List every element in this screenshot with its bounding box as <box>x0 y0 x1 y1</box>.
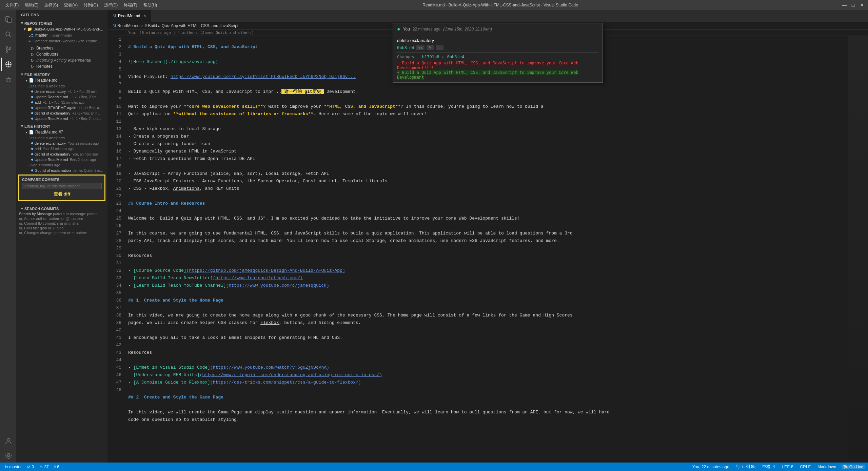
svg-line-3 <box>9 36 12 38</box>
line-dot-3 <box>31 153 33 155</box>
commit-item-6[interactable]: Update ReadMe.md +1 -1 • Ben, 2 hour... <box>16 116 107 121</box>
gitlens-icon[interactable] <box>1 58 15 71</box>
hash-edit-btn[interactable]: ✎ <box>427 45 434 50</box>
info-icon: ℹ <box>54 465 56 469</box>
sidebar: GITLENS ▾ REPOSITORIES ▾ 📁 Build-A-Quiz-… <box>16 10 108 463</box>
menu-view[interactable]: 查看(V) <box>62 2 80 9</box>
settings-icon[interactable] <box>1 449 15 463</box>
status-errors[interactable]: ⊘ 0 <box>26 465 35 469</box>
menu-goto[interactable]: 转到(G) <box>82 2 100 9</box>
commit-item-1[interactable]: delete exclamatory +1 -1 • You, 20 min..… <box>16 89 107 94</box>
line-commit-3[interactable]: get rid of exclamatory You, an hour ago <box>16 151 107 157</box>
line-dot-2 <box>31 148 33 150</box>
sidebar-item-remotes[interactable]: ▷ Remotes <box>16 63 107 69</box>
line-commit-5[interactable]: Got rid of exclamation James Quick, 5 m.… <box>16 168 107 173</box>
status-spaces[interactable]: 空格: 4 <box>761 464 776 470</box>
commit-msg-2: Update ReadMe.md <box>35 95 68 99</box>
hash-prev-btn[interactable]: << <box>416 45 425 50</box>
changes-sep: — <box>417 55 419 59</box>
commit-item-5[interactable]: get rid of exclamatory +1 -1 • You, an h… <box>16 110 107 116</box>
window-controls[interactable]: — □ ✕ <box>842 2 865 8</box>
account-icon[interactable] <box>1 434 15 448</box>
commit-item-3[interactable]: add +1 -1 • You, 31 minutes ago <box>16 100 107 105</box>
repo-item[interactable]: ▾ 📁 Build-A-Quiz-App-With-HTML-CSS-and-.… <box>16 26 107 32</box>
view-diff-button[interactable]: 查看 diff <box>22 190 102 198</box>
origin-label: ↑ origin/master <box>50 34 72 37</box>
branch-icon: ⎇ <box>28 33 33 38</box>
commit-item-2[interactable]: Update ReadMe.md +1 -1 • Ben, 20 m... <box>16 94 107 100</box>
line-commit-1[interactable]: delete exclamatory You, 22 minutes ago <box>16 141 107 146</box>
compare-input[interactable] <box>22 183 102 189</box>
commit-item-4[interactable]: Update READEME again +1 -1 • Ben, a... <box>16 105 107 110</box>
sidebar-item-incoming[interactable]: ▷ Incoming Activity experimental <box>16 57 107 63</box>
activity-bar <box>0 10 16 463</box>
debug-icon[interactable] <box>1 73 15 86</box>
menu-edit[interactable]: 编辑(E) <box>23 2 40 9</box>
menu-run[interactable]: 运行(D) <box>102 2 120 9</box>
line-commit-msg-5: Got rid of exclamation <box>35 168 71 172</box>
tab-label: ReadMe.md <box>118 14 140 18</box>
compare-commits-title: COMPARE COMMITS <box>22 178 102 182</box>
sidebar-item-compare[interactable]: ≠ Compare master (working) with <branc..… <box>16 38 107 44</box>
search-val-3: or, Files <box>19 226 32 230</box>
line-commit-2[interactable]: add You, 34 minutes ago <box>16 146 107 151</box>
status-encoding[interactable]: UTF-8 <box>781 465 795 469</box>
sidebar-item-branches[interactable]: ▷ Branches <box>16 45 107 51</box>
line-file-icon: 📄 <box>29 130 34 135</box>
repo-name: Build-A-Quiz-App-With-HTML-CSS-and-... <box>34 27 103 31</box>
tab-readme[interactable]: M ReadMe.md ✕ <box>108 10 151 22</box>
svg-point-6 <box>9 48 11 49</box>
line-history-file[interactable]: ▾ 📄 ReadMe.md #7 <box>16 129 107 135</box>
branches-arrow: ▷ <box>31 46 34 50</box>
git-icon[interactable] <box>1 43 15 56</box>
editor-content[interactable]: 12345 678910 1112131415 1617181920 21222… <box>108 36 848 463</box>
status-author[interactable]: You, 22 minutes ago <box>691 465 731 469</box>
close-button[interactable]: ✕ <box>859 2 865 8</box>
search-line-4: or, Changes change: pattern or ~: patter… <box>19 230 105 235</box>
incoming-arrow: ▷ <box>31 58 34 63</box>
explorer-icon[interactable] <box>1 13 15 26</box>
line-commit-msg-1: delete exclamatory <box>35 141 66 145</box>
language-label: Markdown <box>817 465 836 469</box>
author-info: You, 20 minutes ago | 4 authors (James Q… <box>128 30 254 35</box>
status-language[interactable]: Markdown <box>816 465 837 469</box>
branch-sync-icon: ↻ <box>5 465 8 469</box>
repositories-section[interactable]: ▾ REPOSITORIES <box>16 20 107 26</box>
status-info[interactable]: ℹ 6 <box>53 465 61 469</box>
minimap[interactable] <box>848 36 868 463</box>
maximize-button[interactable]: □ <box>850 2 856 8</box>
sidebar-item-master[interactable]: ⎇ master ↑ origin/master <box>16 32 107 38</box>
search-icon[interactable] <box>1 28 15 41</box>
history-file-item[interactable]: ▾ 📄 ReadMe.md <box>16 77 107 83</box>
menu-terminal[interactable]: 终端(T) <box>122 2 139 9</box>
line-history-section[interactable]: ▾ LINE HISTORY <box>16 123 107 129</box>
file-history-chevron: ▾ <box>21 72 23 77</box>
menu-bar[interactable]: 文件(F) 编辑(E) 选择(S) 查看(V) 转到(G) 运行(D) 终端(T… <box>3 2 159 9</box>
line-commit-4[interactable]: Update ReadMe.md Ben, 2 hours ago <box>16 157 107 162</box>
file-history-section[interactable]: ▾ FILE HISTORY <box>16 71 107 77</box>
status-branch[interactable]: ↻ master <box>3 465 23 469</box>
status-warnings[interactable]: ⚠ 37 <box>38 465 50 469</box>
menu-select[interactable]: 选择(S) <box>42 2 60 9</box>
popup-changes: Changes — b1791b8 ↔ 0bb8fe4 - Build a Qu… <box>397 52 598 80</box>
position-label: 行 7, 列 85 <box>736 464 755 469</box>
status-position[interactable]: 行 7, 列 85 <box>735 464 757 470</box>
sidebar-item-contributors[interactable]: ▷ Contributors <box>16 51 107 57</box>
live-icon: 📡 <box>843 465 848 469</box>
search-val-4c: change: pattern or ~: pattern <box>40 231 87 235</box>
line-history-label: LINE HISTORY <box>24 124 50 128</box>
status-line-ending[interactable]: CRLF <box>799 465 812 469</box>
sidebar-title: GITLENS <box>16 10 107 20</box>
tab-close-icon[interactable]: ✕ <box>143 14 146 18</box>
code-area[interactable]: # Build a Quiz App with HTML, CSS, and J… <box>125 36 848 463</box>
hash-more-btn[interactable]: … <box>436 45 443 50</box>
search-commits-section[interactable]: ▾ SEARCH COMMITS <box>16 205 107 211</box>
status-live[interactable]: 📡 Go Live <box>842 465 865 469</box>
info-count: 6 <box>57 465 59 469</box>
menu-file[interactable]: 文件(F) <box>3 2 21 9</box>
changes-from: b1791b8 <box>422 55 439 59</box>
master-label: master <box>35 33 48 38</box>
menu-help[interactable]: 帮助(H) <box>141 2 159 9</box>
commit-dot-3 <box>31 101 33 103</box>
minimize-button[interactable]: — <box>842 2 847 8</box>
